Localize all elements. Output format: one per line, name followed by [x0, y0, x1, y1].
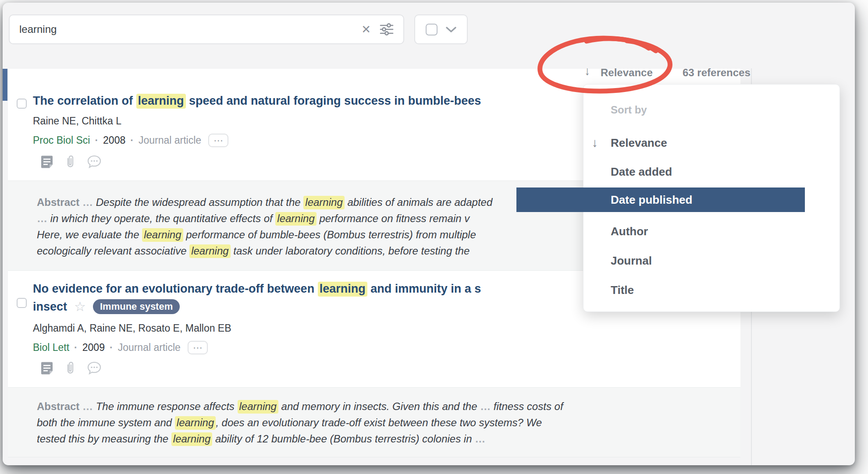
meta-separator: ·	[130, 134, 134, 146]
note-icon[interactable]	[41, 361, 53, 375]
comment-icon[interactable]	[87, 361, 101, 375]
reference-type: Journal article	[139, 134, 201, 146]
journal-name[interactable]: Biol Lett	[33, 342, 69, 354]
search-input[interactable]	[10, 23, 357, 35]
more-options-button[interactable]: ⋯	[188, 341, 208, 354]
sort-option-label: Journal	[611, 254, 652, 268]
sort-direction-icon[interactable]: ↓	[584, 64, 591, 78]
abstract-line: both the immune system and learning, doe…	[37, 414, 740, 431]
sort-option-label: Date added	[611, 165, 672, 179]
reference-checkbox[interactable]	[17, 298, 27, 308]
focus-indicator	[3, 69, 7, 101]
reference-meta: Proc Biol Sci · 2008 · Journal article ⋯	[33, 134, 228, 147]
filter-sliders-icon[interactable]	[379, 22, 395, 37]
sort-menu: Sort by ↓RelevanceDate addedDate publish…	[583, 84, 840, 312]
sort-option-date-added[interactable]: Date added	[583, 159, 840, 184]
journal-name[interactable]: Proc Biol Sci	[33, 134, 90, 146]
meta-separator: ·	[110, 342, 113, 354]
reference-title-line2: insect ☆ Immune system	[33, 299, 481, 314]
sort-option-label: Title	[611, 283, 634, 297]
paperclip-icon[interactable]	[65, 361, 75, 375]
abstract-line: Abstract … The immune response affects l…	[37, 398, 740, 414]
reference-title[interactable]: The correlation of learning speed and na…	[33, 93, 481, 108]
reference-checkbox[interactable]	[17, 99, 27, 109]
clear-search-icon[interactable]: ✕	[357, 24, 375, 35]
reference-title[interactable]: No evidence for an evolutionary trade-of…	[33, 281, 481, 314]
sort-option-author[interactable]: Author	[583, 219, 840, 244]
sort-menu-header: Sort by	[611, 104, 647, 116]
select-dropdown-button[interactable]	[414, 14, 468, 44]
attachment-icons	[41, 361, 101, 375]
publication-year: 2009	[82, 342, 105, 354]
meta-separator: ·	[74, 342, 78, 354]
reference-meta: Biol Lett · 2009 · Journal article ⋯	[33, 341, 208, 354]
note-icon[interactable]	[41, 155, 53, 169]
abstract-section: Abstract … The immune response affects l…	[8, 387, 740, 457]
publication-year: 2008	[103, 134, 125, 146]
sort-option-title[interactable]: Title	[583, 278, 840, 302]
reference-authors: Alghamdi A, Raine NE, Rosato E, Mallon E…	[33, 322, 231, 334]
sort-option-label: Author	[611, 225, 648, 238]
more-options-button[interactable]: ⋯	[208, 134, 228, 147]
sort-option-date-published[interactable]: Date published	[516, 187, 805, 212]
label-badge[interactable]: Immune system	[93, 299, 180, 314]
reference-authors: Raine NE, Chittka L	[33, 115, 121, 127]
chevron-down-icon	[445, 26, 457, 33]
screenshot-stage: ✕ ↓ Relevance	[0, 0, 868, 474]
meta-separator: ·	[95, 134, 98, 146]
reference-type: Journal article	[118, 342, 181, 354]
sort-option-journal[interactable]: Journal	[583, 248, 840, 273]
select-all-checkbox[interactable]	[426, 24, 438, 35]
sort-option-relevance[interactable]: ↓Relevance	[583, 131, 840, 155]
app-window: ✕ ↓ Relevance	[3, 3, 855, 465]
search-bar: ✕	[9, 14, 404, 44]
sort-button[interactable]: Relevance	[601, 67, 653, 79]
comment-icon[interactable]	[87, 155, 101, 168]
references-count: 63 references	[683, 67, 751, 79]
sort-option-label: Date published	[611, 193, 692, 207]
paperclip-icon[interactable]	[65, 155, 75, 169]
arrow-down-icon: ↓	[592, 136, 598, 150]
attachment-icons	[41, 155, 101, 169]
reference-title-line1: No evidence for an evolutionary trade-of…	[33, 281, 481, 296]
star-icon[interactable]: ☆	[74, 300, 86, 313]
sort-option-label: Relevance	[611, 136, 667, 150]
abstract-line: tested this by measuring the learning ab…	[37, 431, 740, 447]
